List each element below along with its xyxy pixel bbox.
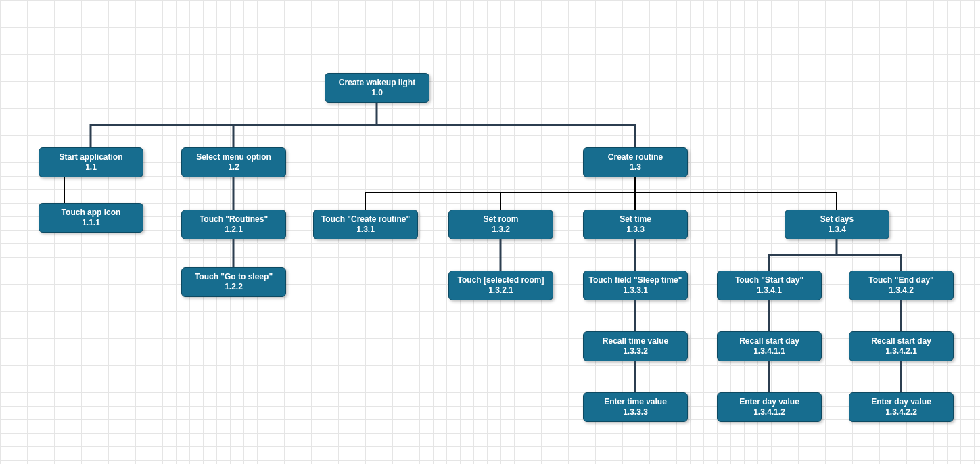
node-number: 1.3.4.1 <box>757 285 782 296</box>
node-title: Touch "End day" <box>868 275 934 285</box>
node-number: 1.2 <box>228 162 239 172</box>
node-title: Touch "Start day" <box>735 275 803 285</box>
node-number: 1.0 <box>371 88 383 98</box>
node-title: Set room <box>483 214 518 225</box>
node-number: 1.3.4.2.1 <box>885 346 917 356</box>
node-touch-end-day[interactable]: Touch "End day" 1.3.4.2 <box>849 271 954 300</box>
node-title: Enter day value <box>871 397 931 407</box>
node-title: Set days <box>820 214 854 225</box>
node-start-application[interactable]: Start application 1.1 <box>39 147 143 177</box>
node-create-wakeup-light[interactable]: Create wakeup light 1.0 <box>325 73 429 103</box>
node-title: Recall time value <box>603 336 668 346</box>
node-number: 1.1 <box>85 162 97 172</box>
node-title: Recall start day <box>739 336 799 346</box>
node-set-days[interactable]: Set days 1.3.4 <box>785 210 889 239</box>
node-title: Create wakeup light <box>339 78 415 88</box>
node-number: 1.3.4.2 <box>889 285 914 296</box>
node-title: Touch field "Sleep time" <box>589 275 682 285</box>
node-title: Set time <box>620 214 651 225</box>
node-number: 1.3.2.1 <box>488 285 513 296</box>
node-title: Start application <box>59 152 122 162</box>
node-title: Touch app Icon <box>62 208 121 218</box>
node-number: 1.3.3 <box>626 225 645 235</box>
node-touch-start-day[interactable]: Touch "Start day" 1.3.4.1 <box>717 271 822 300</box>
node-title: Enter time value <box>604 397 667 407</box>
node-title: Recall start day <box>871 336 931 346</box>
node-create-routine[interactable]: Create routine 1.3 <box>583 147 688 177</box>
node-touch-routines[interactable]: Touch "Routines" 1.2.1 <box>181 210 286 239</box>
node-touch-create-routine[interactable]: Touch "Create routine" 1.3.1 <box>313 210 418 239</box>
node-touch-sleep-time[interactable]: Touch field "Sleep time" 1.3.3.1 <box>583 271 688 300</box>
node-title: Select menu option <box>196 152 271 162</box>
node-set-room[interactable]: Set room 1.3.2 <box>448 210 553 239</box>
diagram-canvas: { "colors": { "node_fill": "#176D8F", "e… <box>0 0 980 464</box>
node-title: Create routine <box>608 152 663 162</box>
node-title: Touch "Routines" <box>200 214 268 225</box>
node-number: 1.2.2 <box>225 282 243 292</box>
node-touch-app-icon[interactable]: Touch app Icon 1.1.1 <box>39 203 143 233</box>
node-number: 1.3.2 <box>492 225 510 235</box>
node-enter-day-value-1[interactable]: Enter day value 1.3.4.1.2 <box>717 392 822 422</box>
node-number: 1.3.4.2.2 <box>885 407 917 417</box>
node-number: 1.3.3.2 <box>623 346 648 356</box>
node-recall-start-day-1[interactable]: Recall start day 1.3.4.1.1 <box>717 331 822 361</box>
node-select-menu-option[interactable]: Select menu option 1.2 <box>181 147 286 177</box>
node-recall-start-day-2[interactable]: Recall start day 1.3.4.2.1 <box>849 331 954 361</box>
node-enter-day-value-2[interactable]: Enter day value 1.3.4.2.2 <box>849 392 954 422</box>
node-number: 1.3.3.1 <box>623 285 648 296</box>
node-touch-go-to-sleep[interactable]: Touch "Go to sleep" 1.2.2 <box>181 267 286 297</box>
node-title: Touch [selected room] <box>458 275 544 285</box>
node-number: 1.3.1 <box>356 225 375 235</box>
node-recall-time-value[interactable]: Recall time value 1.3.3.2 <box>583 331 688 361</box>
node-enter-time-value[interactable]: Enter time value 1.3.3.3 <box>583 392 688 422</box>
node-set-time[interactable]: Set time 1.3.3 <box>583 210 688 239</box>
node-number: 1.3.4 <box>828 225 846 235</box>
node-number: 1.2.1 <box>225 225 243 235</box>
node-number: 1.1.1 <box>82 218 100 228</box>
node-number: 1.3.4.1.1 <box>753 346 785 356</box>
node-title: Touch "Create routine" <box>321 214 410 225</box>
node-title: Enter day value <box>739 397 799 407</box>
node-number: 1.3.3.3 <box>623 407 648 417</box>
node-number: 1.3.4.1.2 <box>753 407 785 417</box>
node-number: 1.3 <box>630 162 641 172</box>
node-title: Touch "Go to sleep" <box>195 272 273 282</box>
node-touch-selected-room[interactable]: Touch [selected room] 1.3.2.1 <box>448 271 553 300</box>
